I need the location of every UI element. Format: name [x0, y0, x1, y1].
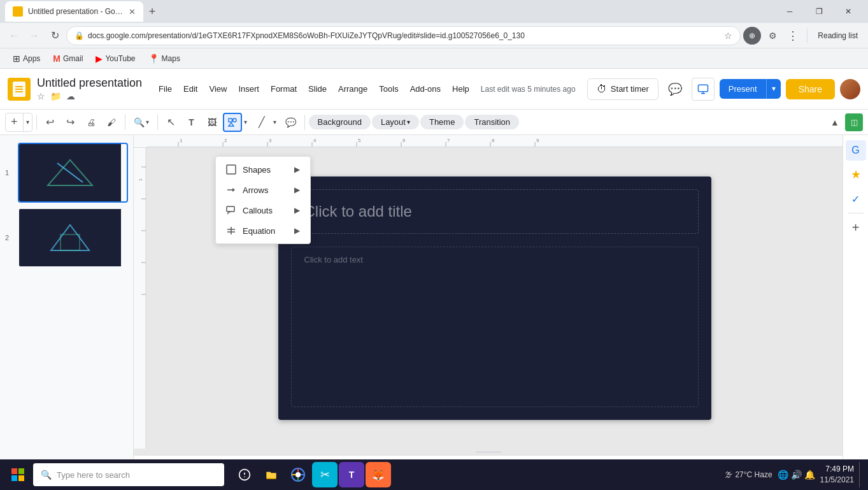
browser-profile-icon[interactable]: ⊕: [743, 27, 761, 45]
star-icon[interactable]: ☆: [724, 31, 732, 41]
bookmark-apps[interactable]: ⊞ Apps: [8, 52, 45, 65]
network-icon[interactable]: 🌐: [778, 470, 788, 480]
bookmark-youtube-label: YouTube: [105, 54, 135, 63]
select-tool-button[interactable]: ↖: [162, 113, 181, 132]
present-button[interactable]: Present: [720, 79, 766, 99]
comment-button[interactable]: 💬: [664, 78, 687, 101]
print-button[interactable]: 🖨: [82, 113, 101, 132]
share-button[interactable]: Share: [786, 79, 835, 99]
sidebar-notes-icon[interactable]: ★: [846, 164, 866, 185]
extensions-icon[interactable]: ⚙: [764, 27, 781, 45]
taskbar: 🔍 Type here to search ✂ T 🦊 🌫 27°C Haze …: [0, 459, 868, 490]
present-dropdown-arrow[interactable]: ▾: [766, 79, 781, 99]
star-doc-icon[interactable]: ☆: [37, 91, 45, 101]
shapes-tool-button[interactable]: [223, 113, 242, 132]
shapes-menu-item[interactable]: Shapes ▶: [216, 159, 310, 180]
svg-text:1: 1: [138, 178, 143, 181]
cloud-save-icon[interactable]: ☁: [66, 91, 75, 101]
user-avatar[interactable]: [840, 79, 860, 99]
background-button[interactable]: Background: [309, 115, 371, 129]
menu-edit[interactable]: Edit: [178, 82, 203, 96]
line-tool-button[interactable]: ╱: [252, 113, 271, 132]
taskbar-app6[interactable]: 🦊: [366, 462, 391, 487]
sidebar-tasks-icon[interactable]: ✓: [846, 189, 866, 209]
line-dropdown-arrow[interactable]: ▾: [270, 113, 280, 132]
arrows-menu-icon: [226, 185, 236, 195]
slide-thumb-inner-1: [18, 143, 128, 203]
theme-button[interactable]: Theme: [420, 115, 464, 129]
start-timer-button[interactable]: ⏱ Start timer: [587, 78, 658, 100]
bookmark-gmail[interactable]: M Gmail: [48, 52, 88, 65]
menu-format[interactable]: Format: [266, 82, 302, 96]
taskbar-chrome[interactable]: [285, 462, 311, 487]
tab-active[interactable]: Untitled presentation - Google S ✕: [5, 1, 143, 22]
notification-icon[interactable]: 🔔: [804, 470, 815, 480]
menu-addons[interactable]: Add-ons: [405, 82, 446, 96]
equation-menu-item[interactable]: Equation ▶: [216, 220, 310, 241]
taskbar-action-center[interactable]: [232, 462, 257, 487]
sidebar-add-button[interactable]: +: [846, 217, 866, 238]
menu-file[interactable]: File: [153, 82, 177, 96]
svg-text:2: 2: [224, 138, 227, 143]
zoom-control[interactable]: 🔍 ▾: [129, 113, 153, 132]
taskbar-file-explorer[interactable]: [259, 462, 284, 487]
transition-button[interactable]: Transition: [465, 115, 519, 129]
slide-thumb-2[interactable]: 2: [18, 208, 128, 268]
minimize-button[interactable]: ─: [775, 0, 804, 23]
svg-text:4: 4: [313, 138, 317, 143]
taskbar-icons-row: ✂ T 🦊: [232, 462, 391, 487]
slide-thumb-inner-2: [18, 208, 128, 268]
menu-view[interactable]: View: [204, 82, 232, 96]
right-sidebar-toggle[interactable]: ◫: [845, 113, 863, 131]
paint-format-button[interactable]: 🖌: [102, 113, 121, 132]
taskbar-app5[interactable]: T: [339, 462, 364, 487]
taskbar-clock[interactable]: 7:49 PM 11/5/2021: [820, 464, 854, 486]
redo-button[interactable]: ↪: [61, 113, 80, 132]
toolbar-collapse-button[interactable]: ▲: [826, 113, 844, 131]
menu-slide[interactable]: Slide: [303, 82, 332, 96]
taskbar-right: 🌫 27°C Haze 🌐 🔊 🔔 7:49 PM 11/5/2021: [725, 462, 863, 487]
bookmark-youtube[interactable]: ▶ YouTube: [90, 52, 140, 65]
undo-button[interactable]: ↩: [41, 113, 60, 132]
menu-insert[interactable]: Insert: [233, 82, 264, 96]
show-desktop-button[interactable]: [859, 462, 863, 487]
sidebar-explore-icon[interactable]: G: [846, 140, 866, 161]
new-tab-button[interactable]: +: [143, 3, 161, 20]
move-icon[interactable]: 📁: [50, 91, 61, 101]
start-button[interactable]: [5, 462, 31, 487]
add-slide-button[interactable]: + ▾: [5, 113, 32, 132]
back-button[interactable]: ←: [5, 27, 23, 45]
menu-arrange[interactable]: Arrange: [333, 82, 373, 96]
taskbar-weather: 🌫 27°C Haze: [725, 470, 772, 479]
menu-tools[interactable]: Tools: [374, 82, 403, 96]
forward-button[interactable]: →: [25, 27, 43, 45]
taskbar-snip[interactable]: ✂: [312, 462, 338, 487]
resize-handle[interactable]: [134, 449, 843, 455]
layout-button[interactable]: Layout ▾: [372, 115, 419, 129]
callouts-menu-icon: [226, 205, 236, 215]
bookmark-maps[interactable]: 📍 Maps: [143, 52, 185, 65]
slide-thumb-1[interactable]: 1: [18, 143, 128, 203]
arrows-menu-item[interactable]: Arrows ▶: [216, 180, 310, 200]
present-dropdown-selector[interactable]: [692, 78, 715, 101]
address-bar[interactable]: 🔒 docs.google.com/presentation/d/1eGTXE6…: [66, 26, 741, 45]
image-tool-button[interactable]: 🖼: [203, 113, 222, 132]
shapes-dropdown-arrow[interactable]: ▾: [241, 113, 251, 132]
reading-list-label[interactable]: Reading list: [813, 29, 863, 43]
taskbar-search-box[interactable]: 🔍 Type here to search: [33, 463, 224, 486]
callouts-menu-item[interactable]: Callouts ▶: [216, 200, 310, 220]
text-tool-button[interactable]: T: [182, 113, 201, 132]
equation-menu-label: Equation: [243, 226, 275, 236]
maximize-button[interactable]: ❐: [804, 0, 834, 23]
browser-menu-icon[interactable]: ⋮: [784, 27, 802, 45]
menu-help[interactable]: Help: [447, 82, 474, 96]
volume-icon[interactable]: 🔊: [791, 470, 802, 480]
tab-close-icon[interactable]: ✕: [129, 7, 136, 17]
reload-button[interactable]: ↻: [46, 27, 64, 45]
slide-title-area[interactable]: Click to add title: [291, 189, 699, 234]
slide-body-area[interactable]: Click to add text: [291, 247, 699, 407]
close-button[interactable]: ✕: [834, 0, 863, 23]
comment-toolbar-button[interactable]: 💬: [281, 113, 301, 132]
doc-title[interactable]: Untitled presentation: [37, 76, 142, 90]
svg-rect-0: [698, 85, 708, 92]
